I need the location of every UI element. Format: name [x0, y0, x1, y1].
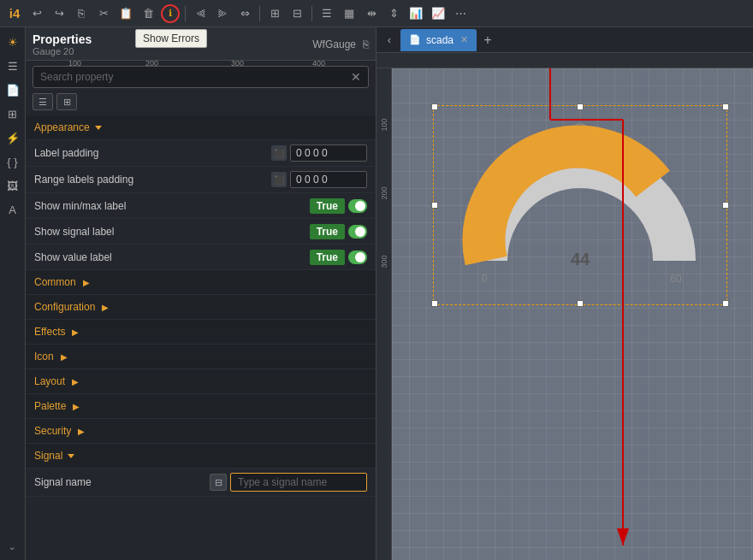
align-center-button[interactable]: ⇔ — [235, 4, 254, 23]
panel-title: Properties — [33, 32, 92, 46]
align-right-button[interactable]: ⫸ — [213, 4, 232, 23]
configuration-section[interactable]: Configuration ▶ — [26, 295, 376, 320]
side-expand-icon[interactable]: › — [2, 538, 24, 560]
label-padding-icon[interactable]: ⬛ — [271, 145, 287, 161]
chart-bar-button[interactable]: 📊 — [406, 4, 425, 23]
images-icon[interactable]: 🖼 — [2, 174, 24, 197]
label-padding-control: ⬛ — [271, 144, 367, 162]
view-toggles: ☰ ⊞ — [26, 93, 376, 115]
resize-handle-tm[interactable] — [577, 103, 584, 110]
properties-icon[interactable]: ☀ — [2, 31, 24, 53]
label-padding-label: Label padding — [34, 147, 271, 159]
info-button[interactable]: ℹ — [161, 4, 180, 23]
distribute-v-button[interactable]: ⇕ — [384, 4, 403, 23]
icon-chevron: ▶ — [61, 352, 68, 362]
show-value-label-control: True — [310, 250, 367, 265]
resize-handle-ml[interactable] — [431, 202, 438, 209]
app-logo: i4 — [5, 4, 24, 23]
signal-name-control: ⊟ — [210, 473, 367, 492]
show-value-toggle[interactable] — [348, 251, 367, 264]
sep3 — [311, 6, 312, 21]
label-padding-input[interactable] — [290, 144, 367, 162]
list-view-button[interactable]: ☰ — [33, 93, 53, 110]
layers-icon[interactable]: ☰ — [2, 55, 24, 77]
appearance-label: Appearance — [34, 121, 90, 133]
redo-button[interactable]: ↪ — [50, 4, 68, 23]
gauge-max-label: 60 — [670, 273, 682, 285]
grid-view-button[interactable]: ⊞ — [56, 93, 77, 110]
tab-nav-left[interactable]: ‹ — [380, 31, 399, 50]
tab-close-button[interactable]: ✕ — [460, 34, 468, 45]
canvas-tab-scada[interactable]: 📄 scada ✕ — [400, 29, 477, 51]
layout-label: Layout — [34, 375, 65, 387]
resize-handle-mr[interactable] — [722, 202, 729, 209]
main-toolbar: i4 ↩ ↪ ⎘ ✂ 📋 🗑 ℹ ⫷ ⫸ ⇔ ⊞ ⊟ ☰ ▦ ⇹ ⇕ 📊 📈 ⋯ — [0, 0, 753, 27]
grid-button[interactable]: ⊞ — [265, 4, 284, 23]
search-clear-button[interactable]: ✕ — [347, 68, 365, 85]
range-labels-padding-label: Range labels padding — [34, 174, 271, 186]
resize-handle-tl[interactable] — [431, 103, 438, 110]
cut-button[interactable]: ✂ — [94, 4, 113, 23]
show-signal-toggle[interactable] — [348, 225, 367, 239]
effects-section[interactable]: Effects ▶ — [26, 320, 376, 345]
group-button[interactable]: ▦ — [340, 4, 359, 23]
vertical-ruler: 100 200 300 — [376, 68, 392, 560]
tab-add-button[interactable]: + — [478, 31, 497, 50]
properties-panel: Properties Gauge 20 WfGauge ⎘ ✕ ☰ ⊞ Appe… — [26, 27, 376, 560]
appearance-section[interactable]: Appearance — [26, 115, 376, 140]
arrange-button[interactable]: ☰ — [317, 4, 336, 23]
canvas-with-rulers: 100 200 300 400 100 200 300 — [376, 53, 753, 560]
canvas-viewport[interactable]: 1 44 0 60 — [392, 68, 753, 560]
horizontal-ruler: 100 200 300 400 — [376, 53, 753, 68]
signal-name-input[interactable] — [230, 473, 367, 492]
range-labels-padding-row: Range labels padding ⬛ — [26, 167, 376, 193]
sep2 — [259, 6, 260, 21]
layout-section[interactable]: Layout ▶ — [26, 369, 376, 394]
fonts-icon[interactable]: A — [2, 198, 24, 221]
gauge-value-label: 44 — [571, 250, 590, 268]
configuration-label: Configuration — [34, 301, 95, 313]
resize-handle-bl[interactable] — [431, 300, 438, 307]
signal-browse-button[interactable]: ⊟ — [210, 474, 227, 491]
range-labels-padding-icon[interactable]: ⬛ — [271, 172, 287, 187]
icon-label: Icon — [34, 351, 54, 363]
signals-icon[interactable]: ⚡ — [2, 127, 24, 149]
copy-button[interactable]: ⎘ — [72, 4, 91, 23]
paste-button[interactable]: 📋 — [116, 4, 135, 23]
icon-section[interactable]: Icon ▶ — [26, 345, 376, 369]
scripts-icon[interactable]: { } — [2, 150, 24, 173]
layout-button[interactable]: ⊟ — [288, 4, 306, 23]
pages-icon[interactable]: 📄 — [2, 79, 24, 101]
resize-handle-br[interactable] — [722, 300, 729, 307]
label-padding-row: Label padding ⬛ — [26, 140, 376, 167]
delete-button[interactable]: 🗑 — [139, 4, 157, 23]
show-minmax-label: Show min/max label — [34, 200, 310, 212]
gauge-widget[interactable]: 1 44 0 60 — [435, 107, 726, 304]
copy-icon[interactable]: ⎘ — [363, 38, 369, 50]
distribute-h-button[interactable]: ⇹ — [362, 4, 381, 23]
signal-section[interactable]: Signal — [26, 444, 376, 469]
undo-button[interactable]: ↩ — [27, 4, 46, 23]
ruler-v-tick-200: 200 — [380, 186, 388, 200]
show-value-label-row: Show value label True — [26, 245, 376, 270]
align-left-button[interactable]: ⫷ — [191, 4, 210, 23]
widgets-icon[interactable]: ⊞ — [2, 103, 24, 125]
show-minmax-toggle-label: True — [310, 198, 345, 214]
more-button[interactable]: ⋯ — [451, 4, 470, 23]
show-errors-tooltip: Show Errors — [135, 29, 207, 48]
range-labels-padding-input[interactable] — [290, 171, 367, 188]
security-section[interactable]: Security ▶ — [26, 419, 376, 444]
common-section[interactable]: Common ▶ — [26, 270, 376, 295]
effects-chevron: ▶ — [72, 327, 79, 337]
common-chevron: ▶ — [83, 278, 90, 287]
show-minmax-toggle[interactable] — [348, 199, 367, 213]
search-input[interactable] — [37, 67, 347, 87]
signal-section-label: Signal — [34, 450, 62, 462]
chart-line-button[interactable]: 📈 — [429, 4, 448, 23]
gauge-min-label: 0 — [482, 273, 488, 285]
show-minmax-control: True — [310, 198, 367, 214]
resize-handle-tr[interactable] — [722, 103, 729, 110]
resize-handle-bm[interactable] — [577, 300, 584, 307]
signal-chevron — [68, 454, 74, 458]
palette-section[interactable]: Palette ▶ — [26, 394, 376, 419]
